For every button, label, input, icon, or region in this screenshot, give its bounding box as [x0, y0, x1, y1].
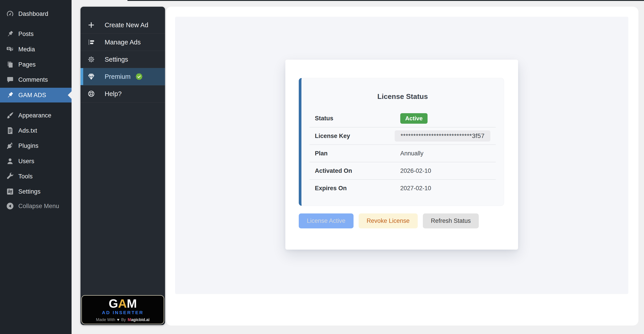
logo-subtitle: AD INSERTER [102, 310, 144, 315]
plugin-menu-item-label: Premium [105, 73, 130, 80]
plugin-menu-item-premium[interactable]: Premium [80, 68, 165, 85]
sidebar-item-users[interactable]: Users [0, 154, 72, 169]
status-badge: Active [400, 113, 428, 124]
sidebar-item-collapse-menu[interactable]: Collapse Menu [0, 198, 72, 214]
license-action-buttons: License Active Revoke License Refresh St… [299, 213, 504, 228]
wordpress-admin-screen: Dashboard Posts Media Pages Comments [0, 0, 644, 334]
sidebar-item-ads-txt[interactable]: Ads.txt [0, 123, 72, 138]
expires-date-value: 2027-02-10 [400, 185, 431, 192]
sidebar-item-label: GAM ADS [18, 92, 46, 99]
plugin-menu-item-label: Settings [105, 56, 128, 63]
license-card: License Status Status Active License Key… [285, 60, 518, 250]
row-label: Activated On [315, 167, 400, 174]
sidebar-item-plugins[interactable]: Plugins [0, 138, 72, 153]
verified-check-icon [135, 73, 143, 81]
plugin-menu-item-create-new-ad[interactable]: Create New Ad [80, 16, 165, 34]
plugin-menu-item-settings[interactable]: Settings [80, 51, 165, 68]
sidebar-item-comments[interactable]: Comments [0, 72, 72, 87]
plugin-footer-logo-box: GAM AD INSERTER Made With♥ByMagicbid.ai [82, 295, 164, 324]
sliders-icon [6, 187, 14, 196]
active-menu-notch [68, 91, 72, 99]
sidebar-item-label: Dashboard [18, 10, 48, 17]
brand-link-rest[interactable]: agicbid.ai [131, 318, 150, 322]
sidebar-item-label: Tools [18, 173, 33, 180]
sidebar-item-settings[interactable]: Settings [0, 184, 72, 199]
license-row-key: License Key ****************************… [310, 127, 496, 145]
gam-logo-letter-m: M [127, 297, 137, 310]
plugin-submenu-panel: Create New Ad Manage Ads Settings Premiu… [80, 7, 165, 325]
sidebar-item-label: Appearance [18, 112, 52, 119]
sidebar-item-label: Users [18, 158, 34, 165]
sidebar-item-posts[interactable]: Posts [0, 26, 72, 41]
sidebar-item-tools[interactable]: Tools [0, 169, 72, 184]
comment-bubble-icon [6, 75, 14, 84]
license-active-button[interactable]: License Active [299, 213, 354, 228]
top-edge-strip [128, 0, 644, 1]
gam-logo-letter-a: A [118, 297, 127, 310]
paintbrush-icon [6, 111, 14, 120]
camera-icon [6, 45, 14, 54]
refresh-status-button[interactable]: Refresh Status [423, 213, 479, 228]
sidebar-item-label: Pages [18, 61, 36, 68]
main-content-area: License Status Status Active License Key… [166, 7, 638, 326]
sidebar-item-label: Ads.txt [18, 127, 37, 134]
gear-icon [87, 55, 96, 64]
tagline-by: By [121, 318, 126, 322]
sidebar-item-label: Comments [18, 76, 48, 83]
pages-icon [6, 60, 14, 69]
sidebar-item-label: Collapse Menu [18, 203, 59, 210]
license-status-card: License Status Status Active License Key… [299, 78, 504, 206]
license-rows: Status Active License Key **************… [310, 110, 496, 197]
diamond-icon [87, 72, 96, 81]
plug-icon [6, 142, 14, 150]
pushpin-icon [6, 91, 14, 99]
footer-tagline: Made With♥ByMagicbid.ai [96, 318, 150, 322]
license-row-plan: Plan Annually [310, 145, 496, 162]
row-label: Status [315, 115, 400, 122]
plugin-menu-item-label: Manage Ads [105, 39, 141, 46]
gam-logo-letter-g: G [109, 297, 118, 310]
dashboard-gauge-icon [6, 9, 14, 18]
sidebar-item-media[interactable]: Media [0, 42, 72, 57]
premium-page-panel: License Status Status Active License Key… [175, 17, 628, 294]
license-row-expires: Expires On 2027-02-10 [310, 179, 496, 197]
pushpin-icon [6, 30, 14, 38]
sidebar-item-label: Posts [18, 31, 34, 37]
row-label: License Key [315, 133, 395, 140]
sidebar-item-label: Settings [18, 188, 40, 195]
sidebar-item-label: Plugins [18, 143, 38, 149]
plugin-menu-list: Create New Ad Manage Ads Settings Premiu… [80, 7, 165, 103]
admin-sidebar: Dashboard Posts Media Pages Comments [0, 0, 72, 334]
masked-license-key: ****************************3f57 [395, 130, 490, 142]
activated-date-value: 2026-02-10 [400, 167, 431, 174]
plugin-menu-item-label: Create New Ad [105, 21, 148, 29]
row-label: Plan [315, 150, 400, 157]
license-status-title: License Status [302, 92, 504, 101]
plugin-menu-item-manage-ads[interactable]: Manage Ads [80, 34, 165, 51]
text-document-icon [6, 126, 14, 135]
sidebar-item-label: Media [18, 46, 35, 53]
plugin-menu-item-label: Help? [105, 90, 122, 98]
user-icon [6, 157, 14, 166]
plugin-menu-item-help[interactable]: Help? [80, 85, 165, 103]
brand-link-initial[interactable]: M [128, 318, 131, 322]
license-row-status: Status Active [310, 110, 496, 127]
list-icon [87, 38, 96, 47]
heart-icon: ♥ [117, 318, 120, 322]
row-label: Expires On [315, 185, 400, 192]
tagline-prefix: Made With [96, 318, 115, 322]
sidebar-item-pages[interactable]: Pages [0, 57, 72, 72]
wrench-icon [6, 172, 14, 181]
license-row-activated: Activated On 2026-02-10 [310, 162, 496, 179]
plan-value: Annually [400, 150, 424, 157]
plus-icon [87, 20, 96, 29]
gam-logo: GAM [109, 297, 137, 310]
life-ring-icon [87, 89, 96, 98]
revoke-license-button[interactable]: Revoke License [359, 213, 418, 228]
collapse-arrow-icon [6, 202, 14, 210]
sidebar-item-dashboard[interactable]: Dashboard [0, 6, 72, 21]
sidebar-item-gam-ads[interactable]: GAM ADS [0, 88, 72, 103]
sidebar-item-appearance[interactable]: Appearance [0, 108, 72, 123]
